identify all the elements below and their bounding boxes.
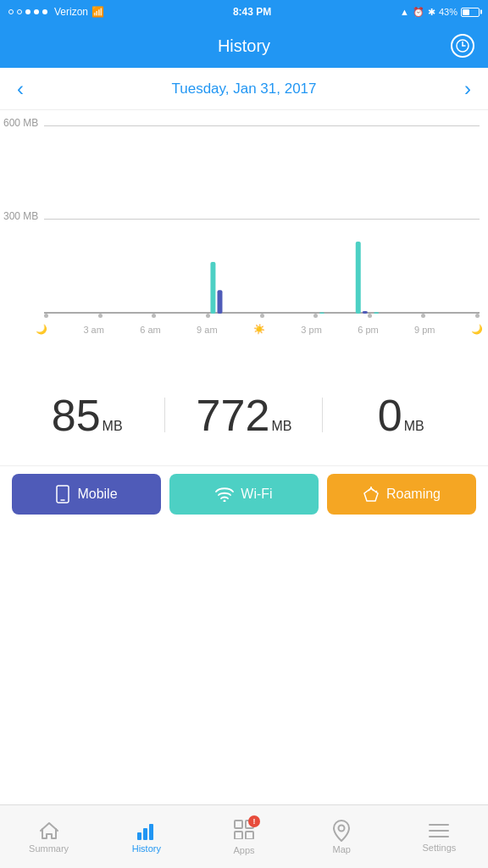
wifi-button[interactable]: Wi-Fi bbox=[169, 474, 319, 515]
pin-icon bbox=[332, 820, 351, 842]
signal-dot-3 bbox=[25, 9, 30, 14]
home-icon bbox=[38, 821, 60, 841]
roaming-button-label: Roaming bbox=[386, 487, 441, 502]
roaming-value: 0 bbox=[378, 393, 402, 437]
x-dot bbox=[98, 314, 103, 318]
stats-section: 85 MB 772 MB 0 MB bbox=[0, 364, 488, 466]
roaming-button[interactable]: Roaming bbox=[327, 474, 476, 515]
current-date: Tuesday, Jan 31, 2017 bbox=[171, 81, 316, 97]
wifi-icon: 📶 bbox=[92, 6, 104, 18]
x-axis-labels: 🌙 3 am 6 am 9 am ☀️ 3 pm 6 pm 9 pm 🌙 bbox=[36, 324, 483, 335]
x-label-6pm: 6 pm bbox=[358, 325, 378, 335]
tab-map-label: Map bbox=[333, 844, 351, 854]
tab-apps-label: Apps bbox=[233, 845, 254, 855]
tab-map[interactable]: Map bbox=[293, 805, 391, 868]
apps-badge-container: ! bbox=[233, 819, 255, 843]
chart-svg bbox=[44, 125, 480, 314]
type-buttons-row: Mobile Wi-Fi Roaming bbox=[0, 466, 488, 521]
svg-rect-15 bbox=[143, 828, 147, 840]
battery-indicator bbox=[461, 8, 480, 17]
svg-rect-6 bbox=[356, 242, 361, 314]
chart-y-label-300: 300 MB bbox=[3, 210, 38, 222]
x-dot bbox=[44, 314, 48, 318]
x-label-6am: 6 am bbox=[140, 325, 160, 335]
x-dot bbox=[368, 314, 372, 318]
status-bar: Verizon 📶 8:43 PM ▲ ⏰ ✱ 43% bbox=[0, 0, 488, 24]
x-dot bbox=[475, 314, 480, 318]
svg-rect-17 bbox=[235, 821, 242, 828]
wifi-button-label: Wi-Fi bbox=[241, 487, 272, 502]
mobile-button-label: Mobile bbox=[77, 487, 117, 502]
x-dot bbox=[421, 314, 425, 318]
x-label-9am: 9 am bbox=[197, 325, 217, 335]
apps-badge: ! bbox=[248, 815, 260, 827]
x-axis-dots bbox=[44, 314, 480, 318]
roaming-icon bbox=[363, 487, 380, 502]
bar-chart-icon bbox=[136, 821, 158, 841]
mobile-button[interactable]: Mobile bbox=[12, 474, 161, 515]
signal-dot-2 bbox=[17, 9, 22, 14]
svg-rect-14 bbox=[137, 832, 141, 840]
roaming-unit: MB bbox=[404, 419, 424, 434]
next-date-button[interactable]: › bbox=[464, 77, 471, 101]
tab-settings[interactable]: Settings bbox=[391, 805, 488, 868]
wifi-unit: MB bbox=[271, 419, 291, 434]
tab-history-label: History bbox=[132, 843, 161, 854]
status-left: Verizon 📶 bbox=[8, 6, 104, 18]
x-dot bbox=[313, 314, 318, 318]
svg-rect-19 bbox=[235, 832, 242, 839]
x-label-midnight-start: 🌙 bbox=[36, 324, 47, 335]
page-header: History bbox=[0, 24, 488, 68]
tab-bar: Summary History ! Apps Map bbox=[0, 804, 488, 868]
wifi-value: 772 bbox=[197, 393, 270, 437]
svg-rect-3 bbox=[210, 262, 215, 314]
mobile-value: 85 bbox=[52, 393, 101, 437]
mobile-icon bbox=[55, 485, 70, 504]
battery-percent: 43% bbox=[439, 7, 458, 17]
tab-apps[interactable]: ! Apps bbox=[195, 805, 292, 868]
x-dot bbox=[206, 314, 210, 318]
svg-rect-4 bbox=[217, 290, 222, 314]
x-label-3am: 3 am bbox=[83, 325, 103, 335]
x-label-9pm: 9 pm bbox=[414, 325, 435, 335]
svg-point-11 bbox=[224, 499, 226, 502]
stat-roaming: 0 MB bbox=[323, 393, 480, 437]
prev-date-button[interactable]: ‹ bbox=[17, 77, 24, 101]
usage-chart: 600 MB 300 MB 🌙 3 am 6 am 9 am ☀️ 3 pm 6… bbox=[0, 110, 488, 364]
signal-dot-1 bbox=[8, 9, 14, 14]
location-icon: ▲ bbox=[400, 7, 409, 17]
x-dot bbox=[260, 314, 264, 318]
status-right: ▲ ⏰ ✱ 43% bbox=[400, 7, 480, 18]
signal-dot-4 bbox=[34, 9, 39, 14]
alarm-icon: ⏰ bbox=[413, 7, 424, 18]
svg-point-21 bbox=[339, 825, 345, 831]
carrier-label: Verizon bbox=[54, 6, 88, 18]
x-dot bbox=[152, 314, 156, 318]
stat-mobile: 85 MB bbox=[8, 393, 165, 437]
clock-icon bbox=[456, 39, 469, 53]
wifi-button-icon bbox=[215, 487, 234, 502]
x-label-3pm: 3 pm bbox=[301, 325, 321, 335]
signal-dot-5 bbox=[42, 9, 47, 14]
x-label-noon: ☀️ bbox=[253, 324, 265, 335]
stat-wifi: 772 MB bbox=[165, 393, 322, 437]
clock-button[interactable] bbox=[451, 34, 474, 58]
svg-rect-20 bbox=[246, 832, 253, 839]
page-title: History bbox=[218, 36, 270, 56]
lines-icon bbox=[428, 821, 450, 840]
tab-summary[interactable]: Summary bbox=[0, 805, 97, 868]
x-label-midnight-end: 🌙 bbox=[471, 324, 483, 335]
status-time: 8:43 PM bbox=[233, 6, 271, 18]
tab-summary-label: Summary bbox=[29, 843, 69, 854]
chart-y-label-600: 600 MB bbox=[3, 117, 38, 129]
tab-settings-label: Settings bbox=[423, 843, 457, 853]
bluetooth-icon: ✱ bbox=[428, 7, 435, 18]
date-navigation: ‹ Tuesday, Jan 31, 2017 › bbox=[0, 68, 488, 110]
tab-history[interactable]: History bbox=[97, 805, 195, 868]
mobile-unit: MB bbox=[103, 419, 123, 434]
svg-rect-16 bbox=[149, 824, 153, 840]
